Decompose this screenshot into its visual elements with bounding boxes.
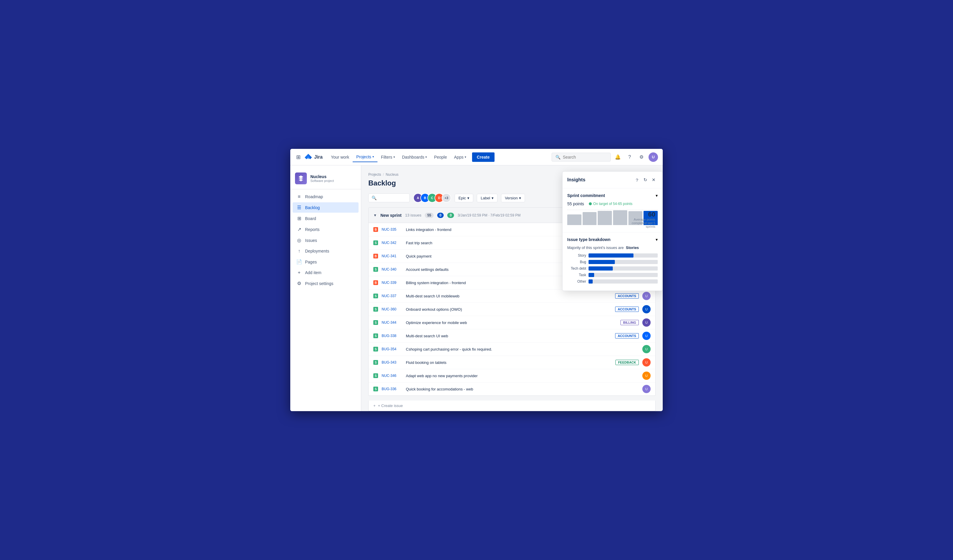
- bar-fill: [588, 279, 593, 283]
- bar-fill: [588, 254, 633, 258]
- issue-key[interactable]: NUC-342: [382, 241, 402, 245]
- jira-logo[interactable]: Jira: [304, 153, 323, 161]
- insights-panel: Insights ? ↻ ✕ Sprint commitment ▾ 55 po…: [562, 171, 663, 291]
- sidebar-item-issues[interactable]: ◎ Issues: [293, 235, 359, 246]
- issue-name[interactable]: Multi-dest search UI mobileweb: [406, 294, 612, 298]
- issues-icon: ◎: [296, 237, 302, 243]
- insights-panel-title: Insights: [567, 177, 633, 183]
- issue-row[interactable]: S BUG-338 Multi-dest search UI web ACCOU…: [369, 330, 655, 343]
- insights-close-icon[interactable]: ✕: [649, 176, 658, 184]
- bar-fill: [588, 260, 615, 264]
- issue-key[interactable]: NUC-337: [382, 294, 402, 298]
- grid-icon[interactable]: ⊞: [295, 153, 302, 162]
- settings-icon[interactable]: ⚙: [637, 152, 646, 162]
- avatar-count[interactable]: +3: [442, 193, 451, 203]
- sidebar-item-project-settings[interactable]: ⚙ Project settings: [293, 278, 359, 289]
- backlog-search-input[interactable]: [378, 196, 407, 200]
- insights-refresh-icon[interactable]: ↻: [641, 176, 649, 184]
- search-box[interactable]: 🔍: [552, 153, 611, 162]
- backlog-icon: ☰: [296, 205, 302, 210]
- sidebar-item-backlog[interactable]: ☰ Backlog: [293, 202, 359, 213]
- nav-your-work[interactable]: Your work: [327, 152, 352, 162]
- sidebar-item-board[interactable]: ⊞ Board: [293, 213, 359, 224]
- sprint-commitment-title: Sprint commitment: [567, 193, 605, 198]
- nav-items: Your work Projects ▾ Filters ▾ Dashboard…: [327, 152, 549, 162]
- issue-name[interactable]: Quick booking for accomodations - web: [406, 387, 639, 391]
- sidebar: Nucleus Software project ≡ Roadmap ☰ Bac…: [290, 166, 361, 411]
- issue-key[interactable]: NUC-346: [382, 374, 402, 378]
- create-issue-row[interactable]: + + Create issue: [368, 401, 656, 411]
- breadcrumb-project[interactable]: Nucleus: [386, 172, 399, 176]
- chart-bar: [583, 212, 597, 225]
- issue-name[interactable]: Optimize experience for mobile web: [406, 320, 617, 325]
- sidebar-item-pages[interactable]: 📄 Pages: [293, 257, 359, 267]
- label-filter[interactable]: Label ▾: [477, 194, 497, 202]
- bar-track: [588, 279, 658, 283]
- insights-help-icon[interactable]: ?: [633, 176, 641, 184]
- sprint-toggle[interactable]: ▼: [373, 213, 377, 217]
- chart-avg: 60 Average points completed last 5 sprin…: [626, 211, 655, 228]
- story-type-icon: S: [373, 294, 378, 298]
- nav-filters[interactable]: Filters ▾: [377, 152, 399, 162]
- issue-key[interactable]: NUC-340: [382, 267, 402, 271]
- issue-key[interactable]: NUC-344: [382, 320, 402, 325]
- nav-people[interactable]: People: [430, 152, 450, 162]
- jira-logo-text: Jira: [314, 155, 323, 160]
- issue-key[interactable]: NUC-341: [382, 254, 402, 258]
- help-icon[interactable]: ?: [625, 152, 634, 162]
- issue-name[interactable]: Multi-dest search UI web: [406, 334, 612, 338]
- issue-row[interactable]: S NUC-344 Optimize experience for mobile…: [369, 316, 655, 330]
- issue-row[interactable]: S BUG-336 Quick booking for accomodation…: [369, 382, 655, 396]
- issue-name[interactable]: Fluid booking on tablets: [406, 360, 612, 365]
- user-avatar[interactable]: U: [649, 152, 658, 162]
- bar-fill: [588, 273, 594, 277]
- issue-key[interactable]: BUG-336: [382, 387, 402, 391]
- epic-filter[interactable]: Epic ▾: [455, 194, 473, 202]
- issue-key[interactable]: BUG-338: [382, 334, 402, 338]
- nav-projects[interactable]: Projects ▾: [352, 152, 377, 162]
- breakdown-subtitle: Majority of this sprint's issues are Sto…: [567, 246, 658, 250]
- issue-row[interactable]: S NUC-360 Onboard workout options (OWO) …: [369, 303, 655, 316]
- nav-apps[interactable]: Apps ▾: [450, 152, 470, 162]
- issue-row[interactable]: S NUC-337 Multi-dest search UI mobileweb…: [369, 289, 655, 303]
- create-issue-plus-icon: +: [373, 404, 376, 408]
- sprint-commitment-points: 55 points: [567, 201, 584, 206]
- sidebar-item-reports[interactable]: ↗ Reports: [293, 224, 359, 235]
- content: Projects / Nucleus Backlog 🔍 A B C: [361, 166, 663, 411]
- project-info: Nucleus Software project: [310, 174, 334, 183]
- search-icon: 🔍: [556, 155, 560, 159]
- version-filter[interactable]: Version ▾: [501, 194, 525, 202]
- issue-key[interactable]: NUC-339: [382, 281, 402, 285]
- sprint-commitment-chevron-icon: ▾: [656, 193, 658, 198]
- issue-key[interactable]: BUG-354: [382, 347, 402, 351]
- issue-key[interactable]: BUG-343: [382, 360, 402, 365]
- sprint-issue-count: 13 issues: [405, 213, 421, 217]
- bar-track: [588, 266, 658, 271]
- breadcrumb-projects[interactable]: Projects: [368, 172, 381, 176]
- issue-name[interactable]: Onboard workout options (OWO): [406, 307, 612, 312]
- issue-row[interactable]: S BUG-354 Cshoping cart purchasing error…: [369, 343, 655, 356]
- sidebar-item-deployments[interactable]: ↑ Deployments: [293, 246, 359, 256]
- sidebar-nav: ≡ Roadmap ☰ Backlog ⊞ Board ↗ Reports ◎: [290, 192, 361, 289]
- issue-row[interactable]: S BUG-343 Fluid booking on tablets FEEDB…: [369, 356, 655, 369]
- nav-dashboards[interactable]: Dashboards ▾: [399, 152, 431, 162]
- sidebar-item-add-item[interactable]: + Add item: [293, 268, 359, 278]
- bar-track: [588, 254, 658, 258]
- issue-name[interactable]: Cshoping cart purchasing error - quick f…: [406, 347, 639, 351]
- label-chevron-icon: ▾: [492, 196, 494, 200]
- issue-key[interactable]: NUC-360: [382, 307, 402, 311]
- issue-name[interactable]: Adapt web app no new payments provider: [406, 374, 639, 378]
- backlog-search[interactable]: 🔍: [368, 193, 410, 202]
- sidebar-item-roadmap[interactable]: ≡ Roadmap: [293, 192, 359, 202]
- story-type-icon: S: [373, 240, 378, 245]
- issue-key[interactable]: NUC-335: [382, 227, 402, 232]
- sidebar-project[interactable]: Nucleus Software project: [290, 170, 361, 189]
- main-layout: Nucleus Software project ≡ Roadmap ☰ Bac…: [290, 166, 663, 411]
- issue-row[interactable]: S NUC-346 Adapt web app no new payments …: [369, 369, 655, 382]
- pages-icon: 📄: [296, 259, 302, 265]
- bar-label: Tech debt: [567, 266, 586, 271]
- create-button[interactable]: Create: [472, 152, 495, 162]
- notifications-icon[interactable]: 🔔: [613, 152, 622, 162]
- bar-row: Story: [567, 254, 658, 258]
- search-input[interactable]: [563, 155, 607, 159]
